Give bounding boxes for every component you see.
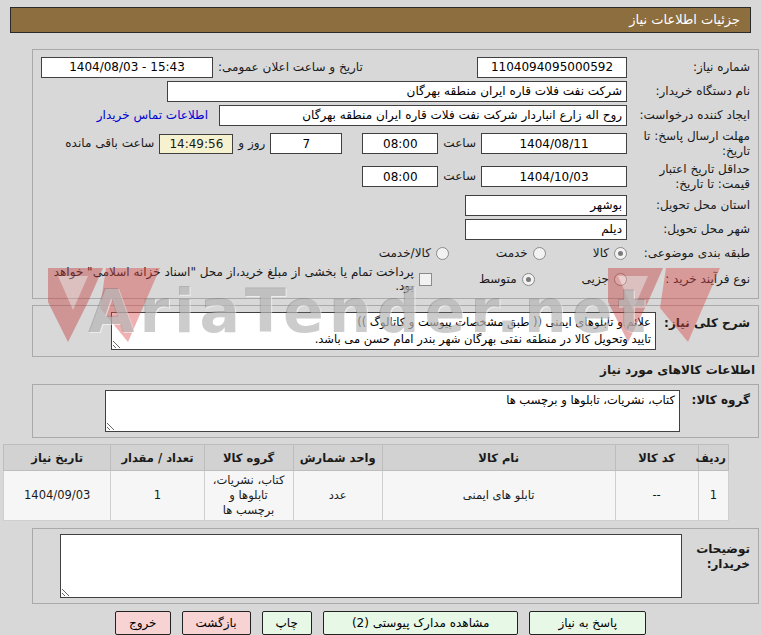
need-number-label: شماره نیاز: bbox=[632, 60, 750, 75]
request-creator-label: ایجاد کننده درخواست: bbox=[632, 108, 750, 123]
radio-service-label: خدمت bbox=[496, 246, 528, 260]
buyer-notes-section: توضیحات خریدار: bbox=[32, 528, 759, 604]
cell-quantity: 1 bbox=[111, 471, 204, 521]
price-validity-date-input[interactable] bbox=[481, 166, 627, 187]
announce-label: تاریخ و ساعت اعلان عمومی: bbox=[218, 60, 363, 75]
response-deadline-date-input[interactable] bbox=[481, 133, 627, 154]
cell-row-no: 1 bbox=[698, 471, 728, 521]
remaining-days-input[interactable] bbox=[270, 133, 342, 154]
goods-table-header-row: ردیف کد کالا نام کالا واحد شمارش گروه کا… bbox=[4, 445, 729, 471]
col-header-row-no: ردیف bbox=[698, 445, 728, 471]
col-header-quantity: تعداد / مقدار bbox=[111, 445, 204, 471]
print-button[interactable]: چاپ bbox=[262, 611, 312, 635]
announce-datetime-input[interactable] bbox=[41, 57, 213, 78]
radio-goods-service-icon[interactable] bbox=[436, 247, 449, 260]
buyer-org-input[interactable] bbox=[167, 81, 627, 102]
buyer-org-row: نام دستگاه خریدار: bbox=[41, 79, 750, 103]
back-button[interactable]: بازگشت bbox=[182, 611, 251, 635]
cell-need-date: 1404/09/03 bbox=[4, 471, 111, 521]
goods-group-textarea[interactable]: کتاب، نشریات، تابلوها و برچسب ها bbox=[105, 390, 680, 432]
table-row: 1 -- تابلو های ایمنی عدد کتاب، نشریات، ت… bbox=[4, 471, 729, 521]
description-label: شرح کلی نیاز: bbox=[662, 312, 750, 330]
response-hour-label: ساعت bbox=[443, 136, 476, 151]
cell-group: کتاب، نشریات، تابلوها و برچسب ها bbox=[204, 471, 293, 521]
respond-to-need-button[interactable]: پاسخ به نیاز bbox=[529, 611, 646, 635]
tender-detail-page: { "title_bar": { "title": "جزئیات اطلاعا… bbox=[0, 0, 761, 635]
goods-group-section: گروه کالا: کتاب، نشریات، تابلوها و برچسب… bbox=[32, 384, 759, 438]
goods-info-header: اطلاعات کالاهای مورد نیاز bbox=[0, 363, 755, 377]
radio-option-goods-service[interactable]: کالا/خدمت bbox=[379, 246, 449, 260]
buyer-notes-textarea[interactable] bbox=[60, 534, 682, 598]
goods-group-label: گروه کالا: bbox=[688, 390, 750, 407]
radio-option-service[interactable]: خدمت bbox=[496, 246, 546, 260]
process-type-row: نوع فرآیند خرید : جزیی متوسط پرداخت تمام… bbox=[41, 265, 750, 293]
radio-option-medium[interactable]: متوسط bbox=[479, 272, 535, 286]
response-deadline-time-input[interactable] bbox=[362, 133, 438, 154]
radio-service-icon[interactable] bbox=[533, 247, 546, 260]
radio-option-partial[interactable]: جزیی bbox=[582, 272, 627, 286]
radio-goods-label: کالا bbox=[593, 246, 609, 260]
radio-partial-label: جزیی bbox=[582, 272, 609, 286]
cell-goods-code: -- bbox=[615, 471, 698, 521]
classification-row: طبقه بندی موضوعی: کالا خدمت کالا/خدمت bbox=[41, 241, 750, 265]
price-validity-row: حداقل تاریخ اعتبار قیمت: تا تاریخ: ساعت bbox=[41, 160, 750, 193]
request-creator-row: ایجاد کننده درخواست: اطلاعات تماس خریدار bbox=[41, 103, 750, 127]
city-input[interactable] bbox=[465, 219, 627, 240]
page-title: جزئیات اطلاعات نیاز bbox=[10, 7, 751, 33]
price-validity-time-input[interactable] bbox=[362, 166, 438, 187]
action-button-bar: پاسخ به نیاز مشاهده مدارک پیوستی (2) چاپ… bbox=[0, 611, 761, 635]
response-deadline-row: مهلت ارسال پاسخ: تا تاریخ: ساعت روز و 14… bbox=[41, 127, 750, 160]
col-header-unit: واحد شمارش bbox=[293, 445, 382, 471]
province-input[interactable] bbox=[465, 195, 627, 216]
city-row: شهر محل تحویل: bbox=[41, 217, 750, 241]
cell-unit: عدد bbox=[293, 471, 382, 521]
city-label: شهر محل تحویل: bbox=[632, 222, 750, 237]
col-header-goods-name: نام کالا bbox=[382, 445, 615, 471]
cell-goods-name: تابلو های ایمنی bbox=[382, 471, 615, 521]
description-section: شرح کلی نیاز: علائم و تابلوهای ایمنی (( … bbox=[32, 305, 759, 357]
buyer-org-label: نام دستگاه خریدار: bbox=[632, 84, 750, 99]
classification-label: طبقه بندی موضوعی: bbox=[632, 246, 750, 261]
need-number-input[interactable] bbox=[477, 57, 627, 78]
process-type-label: نوع فرآیند خرید : bbox=[632, 272, 750, 287]
remaining-days-label: روز و bbox=[238, 136, 265, 151]
need-info-section: شماره نیاز: تاریخ و ساعت اعلان عمومی: نا… bbox=[32, 49, 759, 299]
treasury-checkbox-option[interactable]: پرداخت تمام یا بخشی از مبلغ خرید،از محل … bbox=[49, 265, 432, 293]
request-creator-input[interactable] bbox=[219, 105, 627, 126]
exit-button[interactable]: خروج bbox=[115, 611, 171, 635]
remaining-time-countdown: 14:49:56 bbox=[159, 134, 233, 154]
remaining-time-label: ساعت باقی مانده bbox=[65, 136, 154, 151]
col-header-goods-code: کد کالا bbox=[615, 445, 698, 471]
radio-medium-label: متوسط bbox=[479, 272, 517, 286]
radio-goods-service-label: کالا/خدمت bbox=[379, 246, 431, 260]
need-number-row: شماره نیاز: تاریخ و ساعت اعلان عمومی: bbox=[41, 55, 750, 79]
treasury-checkbox-icon[interactable] bbox=[419, 273, 432, 286]
col-header-group: گروه کالا bbox=[204, 445, 293, 471]
province-row: استان محل تحویل: bbox=[41, 193, 750, 217]
radio-option-goods[interactable]: کالا bbox=[593, 246, 627, 260]
radio-partial-icon[interactable] bbox=[614, 273, 627, 286]
buyer-notes-label: توضیحات خریدار: bbox=[690, 534, 750, 573]
description-textarea[interactable]: علائم و تابلوهای ایمنی (( طبق مشخصات پیو… bbox=[111, 312, 656, 350]
radio-medium-icon[interactable] bbox=[522, 273, 535, 286]
radio-goods-icon[interactable] bbox=[614, 247, 627, 260]
price-validity-hour-label: ساعت bbox=[443, 169, 476, 184]
treasury-checkbox-label: پرداخت تمام یا بخشی از مبلغ خرید،از محل … bbox=[49, 265, 414, 293]
price-validity-label: حداقل تاریخ اعتبار قیمت: تا تاریخ: bbox=[632, 162, 750, 192]
goods-table: ردیف کد کالا نام کالا واحد شمارش گروه کا… bbox=[3, 444, 729, 521]
buyer-contact-link[interactable]: اطلاعات تماس خریدار bbox=[97, 108, 208, 122]
col-header-need-date: تاریخ نیاز bbox=[4, 445, 111, 471]
province-label: استان محل تحویل: bbox=[632, 198, 750, 213]
response-deadline-label: مهلت ارسال پاسخ: تا تاریخ: bbox=[632, 129, 750, 159]
view-attachments-button[interactable]: مشاهده مدارک پیوستی (2) bbox=[323, 611, 519, 635]
